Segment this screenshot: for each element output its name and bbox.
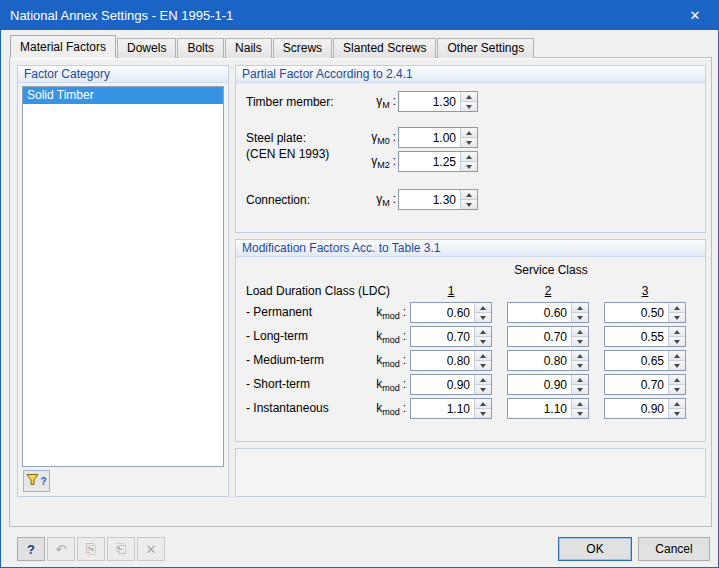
spinner-down-button[interactable] <box>669 385 685 394</box>
help-icon: ? <box>27 542 35 557</box>
spinner-down-button[interactable] <box>572 361 588 370</box>
spinner-down-button[interactable] <box>572 313 588 322</box>
kmod-instantaneous-sc1-spinner <box>410 398 492 419</box>
timber-gamma-m-input[interactable] <box>399 92 460 111</box>
spinner-down-button[interactable] <box>475 361 491 370</box>
spinner-up-button[interactable] <box>669 375 685 385</box>
kmod-instantaneous-sc2-input[interactable] <box>508 399 571 418</box>
spinner-down-button[interactable] <box>669 313 685 322</box>
spinner-up-button[interactable] <box>461 190 477 200</box>
tab-nails[interactable]: Nails <box>225 38 272 58</box>
kmod-instantaneous-sc1-input[interactable] <box>411 399 474 418</box>
cancel-button[interactable]: Cancel <box>638 537 710 561</box>
copy-icon: ⎘ <box>86 541 96 557</box>
tab-dowels[interactable]: Dowels <box>117 38 176 58</box>
spinner-up-button[interactable] <box>461 152 477 162</box>
tab-slanted-screws[interactable]: Slanted Screws <box>333 38 436 58</box>
spinner-down-button[interactable] <box>461 102 477 111</box>
list-item-solid-timber[interactable]: Solid Timber <box>23 87 223 104</box>
partial-factor-header: Partial Factor According to 2.4.1 <box>236 66 705 83</box>
filter-button[interactable]: ? <box>23 470 50 492</box>
spinner-up-button[interactable] <box>461 128 477 138</box>
close-button[interactable]: ✕ <box>672 1 718 30</box>
steel-gamma-m0-spinner <box>398 127 478 148</box>
tab-material-factors[interactable]: Material Factors <box>10 35 116 58</box>
kmod-longterm-sc1-input[interactable] <box>411 327 474 346</box>
steel-gamma-m2-input[interactable] <box>399 152 460 171</box>
spinner-up-button[interactable] <box>475 351 491 361</box>
gamma-m2-symbol: γM2: <box>348 154 396 170</box>
spinner-up-button[interactable] <box>475 303 491 313</box>
connection-label: Connection: <box>246 193 310 207</box>
spinner-up-button[interactable] <box>572 375 588 385</box>
spinner-down-button[interactable] <box>461 138 477 147</box>
spinner-up-button[interactable] <box>572 351 588 361</box>
tab-other-settings[interactable]: Other Settings <box>437 38 534 58</box>
spinner-up-button[interactable] <box>669 399 685 409</box>
connection-gamma-m-input[interactable] <box>399 190 460 209</box>
spinner-up-button[interactable] <box>475 375 491 385</box>
kmod-shortterm-sc1-spinner <box>410 374 492 395</box>
spinner-down-button[interactable] <box>475 409 491 418</box>
kmod-longterm-sc2-input[interactable] <box>508 327 571 346</box>
delete-icon: ✕ <box>146 542 157 557</box>
row-label-long-term: - Long-term <box>246 329 308 343</box>
spinner-down-button[interactable] <box>572 409 588 418</box>
kmod-mediumterm-sc2-input[interactable] <box>508 351 571 370</box>
row-label-medium-term: - Medium-term <box>246 353 324 367</box>
spinner-down-button[interactable] <box>475 337 491 346</box>
kmod-mediumterm-sc1-input[interactable] <box>411 351 474 370</box>
spinner-up-button[interactable] <box>572 399 588 409</box>
tab-strip: Material Factors Dowels Bolts Nails Scre… <box>10 35 535 58</box>
kmod-shortterm-sc1-input[interactable] <box>411 375 474 394</box>
partial-factor-group: Partial Factor According to 2.4.1 Timber… <box>235 65 706 233</box>
spinner-up-button[interactable] <box>669 327 685 337</box>
spinner-up-button[interactable] <box>475 399 491 409</box>
kmod-shortterm-sc3-spinner <box>604 374 686 395</box>
row-label-permanent: - Permanent <box>246 305 312 319</box>
tab-screws[interactable]: Screws <box>273 38 332 58</box>
kmod-mediumterm-sc3-input[interactable] <box>605 351 668 370</box>
kmod-permanent-sc2-spinner <box>507 302 589 323</box>
hint-panel <box>235 448 706 497</box>
kmod-shortterm-sc2-input[interactable] <box>508 375 571 394</box>
spinner-up-button[interactable] <box>669 303 685 313</box>
spinner-up-button[interactable] <box>475 327 491 337</box>
tab-bolts[interactable]: Bolts <box>177 38 224 58</box>
gamma-m-symbol-timber: γM: <box>354 94 396 110</box>
ok-button[interactable]: OK <box>558 537 632 561</box>
help-button[interactable]: ? <box>17 537 45 561</box>
steel-plate-label: Steel plate: <box>246 131 306 145</box>
kmod-longterm-sc1-spinner <box>410 326 492 347</box>
spinner-up-button[interactable] <box>669 351 685 361</box>
spinner-up-button[interactable] <box>572 303 588 313</box>
spinner-down-button[interactable] <box>669 409 685 418</box>
kmod-shortterm-sc3-input[interactable] <box>605 375 668 394</box>
kmod-longterm-sc3-input[interactable] <box>605 327 668 346</box>
spinner-down-button[interactable] <box>572 385 588 394</box>
paste-settings-button: ⎗ <box>107 537 135 561</box>
service-class-2-header: 2 <box>507 284 589 298</box>
kmod-mediumterm-sc3-spinner <box>604 350 686 371</box>
spinner-down-button[interactable] <box>461 162 477 171</box>
spinner-up-button[interactable] <box>461 92 477 102</box>
steel-gamma-m2-spinner <box>398 151 478 172</box>
spinner-up-button[interactable] <box>572 327 588 337</box>
gamma-m0-symbol: γM0: <box>348 130 396 146</box>
spinner-down-button[interactable] <box>475 313 491 322</box>
spinner-down-button[interactable] <box>572 337 588 346</box>
steel-gamma-m0-input[interactable] <box>399 128 460 147</box>
spinner-down-button[interactable] <box>475 385 491 394</box>
spinner-down-button[interactable] <box>669 361 685 370</box>
kmod-longterm-sc3-spinner <box>604 326 686 347</box>
reset-button: ↶ <box>47 537 75 561</box>
spinner-down-button[interactable] <box>461 200 477 209</box>
spinner-down-button[interactable] <box>669 337 685 346</box>
modification-factors-group: Modification Factors Acc. to Table 3.1 S… <box>235 239 706 442</box>
kmod-permanent-sc2-input[interactable] <box>508 303 571 322</box>
kmod-instantaneous-sc3-input[interactable] <box>605 399 668 418</box>
kmod-permanent-sc1-input[interactable] <box>411 303 474 322</box>
kmod-permanent-sc3-input[interactable] <box>605 303 668 322</box>
window-title: National Annex Settings - EN 1995-1-1 <box>1 8 672 23</box>
close-icon: ✕ <box>690 8 701 23</box>
